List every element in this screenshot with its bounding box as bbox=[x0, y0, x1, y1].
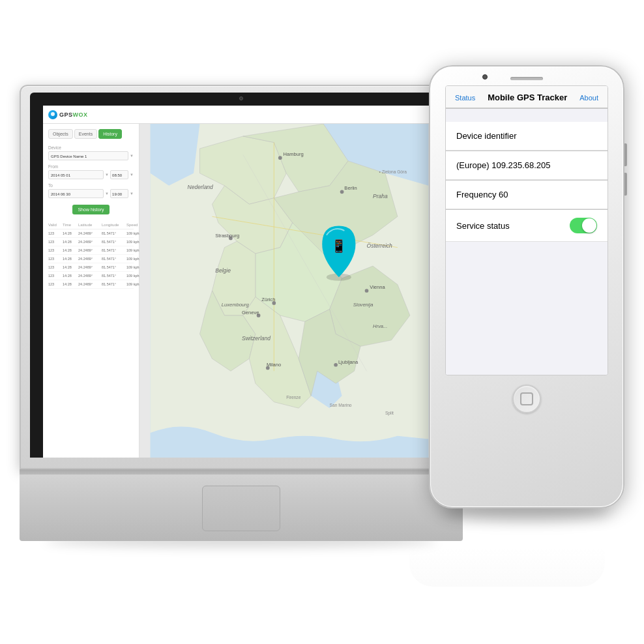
home-button[interactable] bbox=[512, 385, 541, 413]
device-arrow-icon: ▼ bbox=[130, 154, 134, 158]
gps-logo-icon bbox=[48, 110, 57, 119]
laptop-camera bbox=[239, 96, 243, 100]
device-identifier-row: Device identifier bbox=[446, 122, 607, 151]
table-row: 12314:2824.2489°81.5471°109 kph bbox=[48, 255, 134, 263]
svg-point-6 bbox=[340, 190, 344, 194]
svg-text:Berlin: Berlin bbox=[344, 185, 357, 191]
volume-up-button[interactable] bbox=[624, 143, 627, 166]
svg-text:Vienna: Vienna bbox=[370, 284, 385, 290]
service-status-toggle[interactable] bbox=[570, 218, 597, 233]
from-time-arrow-icon: ▼ bbox=[130, 173, 134, 177]
table-row: 12314:2824.2489°81.5471°109 kph bbox=[48, 272, 134, 280]
ip-address-row: (Europe) 109.235.68.205 bbox=[446, 151, 607, 180]
table-row: 12314:2824.2489°81.5471°109 kph bbox=[48, 246, 134, 255]
to-date-input[interactable]: 2014 06 30 bbox=[48, 189, 104, 198]
gps-tabs: Objects Events History bbox=[48, 129, 134, 139]
svg-text:Firenze: Firenze bbox=[286, 395, 300, 400]
col-valid: Valid bbox=[48, 223, 63, 227]
svg-text:Belgie: Belgie bbox=[215, 267, 231, 274]
svg-text:Luxembourg: Luxembourg bbox=[222, 302, 250, 308]
svg-point-5 bbox=[278, 156, 282, 160]
phone-screen: Status Mobile GPS Tracker About Device i… bbox=[446, 86, 607, 375]
from-date-input[interactable]: 2014 05 01 bbox=[48, 170, 104, 179]
svg-point-0 bbox=[51, 112, 55, 116]
svg-text:Hamburg: Hamburg bbox=[284, 151, 304, 157]
gps-header: GPSWOX bbox=[43, 106, 439, 124]
laptop: GPSWOX Objects Events History bbox=[20, 85, 463, 541]
to-time-arrow-icon: ▼ bbox=[130, 192, 134, 196]
svg-text:Split: Split bbox=[385, 411, 394, 416]
svg-text:Österreich: Österreich bbox=[367, 242, 393, 249]
phone-outer: Status Mobile GPS Tracker About Device i… bbox=[429, 65, 624, 508]
device-input-row: GPS Device Name 1 ▼ bbox=[48, 151, 134, 160]
laptop-base bbox=[20, 469, 463, 541]
phone-reflection bbox=[409, 521, 605, 587]
table-header: Valid Time Latitude Longitude Speed bbox=[48, 221, 134, 229]
col-lng: Longitude bbox=[102, 223, 126, 227]
form-to: To 2014 06 30 ▼ 19:00 ▼ bbox=[48, 183, 134, 198]
ios-nav-about-button[interactable]: About bbox=[579, 94, 598, 102]
svg-text:Zürich: Zürich bbox=[261, 297, 275, 302]
svg-text:Hrva...: Hrva... bbox=[373, 323, 387, 329]
device-label: Device bbox=[48, 145, 134, 150]
scene: GPSWOX Objects Events History bbox=[0, 0, 644, 644]
col-lat: Latitude bbox=[78, 223, 102, 227]
laptop-trackpad bbox=[202, 486, 280, 531]
svg-text:Milano: Milano bbox=[267, 362, 281, 368]
tab-history[interactable]: History bbox=[98, 129, 122, 139]
volume-down-button[interactable] bbox=[624, 173, 627, 196]
gps-content: Objects Events History Device GPS Device… bbox=[43, 124, 439, 458]
service-status-label: Service status bbox=[456, 221, 510, 231]
from-time-input[interactable]: 08:50 bbox=[110, 170, 128, 179]
svg-text:Ljubljana: Ljubljana bbox=[338, 359, 359, 365]
phone-speaker bbox=[510, 77, 543, 80]
to-input-row: 2014 06 30 ▼ 19:00 ▼ bbox=[48, 189, 134, 198]
svg-text:Praha: Praha bbox=[373, 193, 388, 199]
gps-sidebar: Objects Events History Device GPS Device… bbox=[43, 124, 139, 458]
device-input[interactable]: GPS Device Name 1 bbox=[48, 151, 128, 160]
from-input-row: 2014 05 01 ▼ 08:50 ▼ bbox=[48, 170, 134, 179]
svg-text:Switzerland: Switzerland bbox=[242, 335, 271, 342]
gps-logo: GPSWOX bbox=[48, 110, 88, 119]
phone-camera-icon bbox=[482, 74, 488, 80]
to-date-arrow-icon: ▼ bbox=[105, 192, 109, 196]
laptop-bezel: GPSWOX Objects Events History bbox=[30, 93, 452, 458]
service-status-row: Service status bbox=[446, 210, 607, 242]
svg-text:Strasbourg: Strasbourg bbox=[215, 233, 239, 239]
device-identifier-label: Device identifier bbox=[456, 131, 517, 141]
show-history-button[interactable]: Show history bbox=[72, 205, 109, 214]
ios-nav-status[interactable]: Status bbox=[455, 94, 475, 102]
ios-nav-bar: Status Mobile GPS Tracker About bbox=[446, 86, 607, 108]
table-row: 12314:2824.2489°81.5471°109 kph bbox=[48, 238, 134, 246]
tab-events[interactable]: Events bbox=[74, 129, 97, 139]
svg-point-13 bbox=[334, 363, 338, 367]
map-svg: Hamburg Berlin München Zürich Strasbourg… bbox=[139, 124, 439, 458]
tab-objects[interactable]: Objects bbox=[48, 129, 73, 139]
gps-table: Valid Time Latitude Longitude Speed 1231… bbox=[48, 221, 134, 289]
form-from: From 2014 05 01 ▼ 08:50 ▼ bbox=[48, 164, 134, 179]
ip-address-label: (Europe) 109.235.68.205 bbox=[456, 160, 551, 170]
gps-logo-text: GPSWOX bbox=[59, 111, 88, 118]
phone: Status Mobile GPS Tracker About Device i… bbox=[429, 65, 624, 508]
from-label: From bbox=[48, 164, 134, 169]
svg-text:San Marino: San Marino bbox=[330, 403, 352, 407]
home-button-inner bbox=[520, 392, 533, 405]
svg-text:📱: 📱 bbox=[331, 239, 347, 254]
ios-nav-title: Mobile GPS Tracker bbox=[488, 93, 567, 102]
svg-text:Geneve: Geneve bbox=[242, 310, 259, 315]
to-label: To bbox=[48, 183, 134, 188]
to-time-input[interactable]: 19:00 bbox=[110, 189, 128, 198]
gps-app: GPSWOX Objects Events History bbox=[43, 106, 439, 458]
svg-text:• Zielona Góra: • Zielona Góra bbox=[379, 169, 407, 174]
table-row: 12314:2824.2489°81.5471°109 kph bbox=[48, 229, 134, 238]
table-row: 12314:2824.2489°81.5471°109 kph bbox=[48, 263, 134, 272]
toggle-knob bbox=[582, 218, 596, 233]
svg-text:Slovenija: Slovenija bbox=[353, 302, 373, 308]
frequency-label: Frequency 60 bbox=[456, 190, 508, 199]
col-time: Time bbox=[63, 223, 78, 227]
table-row: 12314:2824.2489°81.5471°109 kph bbox=[48, 280, 134, 289]
gps-map: Hamburg Berlin München Zürich Strasbourg… bbox=[139, 124, 439, 458]
frequency-row: Frequency 60 bbox=[446, 181, 607, 209]
svg-point-11 bbox=[365, 289, 369, 293]
svg-text:Nederland: Nederland bbox=[188, 184, 214, 190]
